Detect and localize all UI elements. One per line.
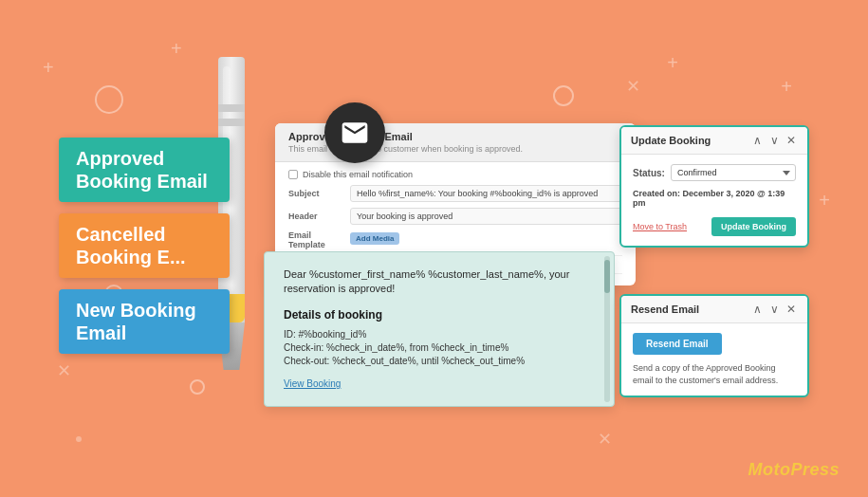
- panel-controls: ∧ ∨ ✕: [750, 134, 798, 147]
- resend-email-panel: Resend Email ∧ ∨ ✕ Resend Email Send a c…: [619, 294, 809, 397]
- email-icon-circle: [324, 102, 385, 163]
- collapse-up-btn[interactable]: ∧: [750, 134, 764, 147]
- panel-actions: Move to Trash Update Booking: [633, 217, 796, 236]
- resend-email-title: Resend Email: [631, 304, 699, 315]
- decor-dot-2: [76, 436, 82, 442]
- email-content-preview: Dear %customer_first_name% %customer_las…: [264, 251, 615, 407]
- resend-description: Send a copy of the Approved Booking emai…: [633, 362, 796, 386]
- decor-circle-3: [190, 379, 205, 395]
- email-panel-subtitle: This email will be sent to customer when…: [288, 144, 523, 154]
- resend-email-body: Resend Email Send a copy of the Approved…: [621, 323, 807, 396]
- scrollbar-thumb: [604, 260, 610, 293]
- header-input[interactable]: Your booking is approved: [350, 208, 622, 225]
- move-to-trash-link[interactable]: Move to Trash: [633, 222, 687, 231]
- header-row: Header Your booking is approved: [288, 208, 622, 225]
- header-label: Header: [288, 212, 350, 221]
- status-row: Status: Confirmed: [633, 164, 796, 181]
- new-booking-label: New BookingEmail: [59, 289, 230, 354]
- update-booking-title: Update Booking: [631, 135, 711, 146]
- checkout-detail: Check-out: %check_out_date%, until %chec…: [284, 356, 595, 366]
- disable-label: Disable this email notification: [303, 170, 413, 179]
- close-panel-btn[interactable]: ✕: [785, 134, 798, 147]
- add-media-button[interactable]: Add Media: [350, 232, 399, 245]
- subject-row: Subject Hello %first_name%: Your booking…: [288, 185, 622, 202]
- checkin-detail: Check-in: %check_in_date%, from %check_i…: [284, 342, 595, 353]
- decor-plus-4: +: [781, 76, 792, 98]
- details-title: Details of booking: [284, 308, 595, 322]
- update-booking-panel: Update Booking ∧ ∨ ✕ Status: Confirmed C…: [619, 125, 809, 248]
- decor-plus-5: +: [819, 190, 830, 212]
- resend-close-btn[interactable]: ✕: [785, 303, 798, 316]
- approved-booking-label: Approved Booking Email: [59, 138, 230, 202]
- decor-plus-1: +: [43, 57, 54, 79]
- resend-collapse-down-btn[interactable]: ∨: [767, 303, 781, 316]
- update-booking-body: Status: Confirmed Created on: December 3…: [621, 155, 807, 246]
- status-select[interactable]: Confirmed: [671, 164, 796, 181]
- created-on: Created on: December 3, 2020 @ 1:39 pm: [633, 189, 796, 208]
- status-label: Status:: [633, 168, 665, 178]
- collapse-down-btn[interactable]: ∨: [767, 134, 781, 147]
- update-booking-button[interactable]: Update Booking: [711, 217, 796, 236]
- decor-x-1: ✕: [57, 360, 71, 381]
- decor-x-2: ✕: [598, 429, 612, 450]
- subject-input[interactable]: Hello %first_name%: Your booking #%booki…: [350, 185, 622, 202]
- decor-plus-2: +: [171, 38, 182, 60]
- scrollbar-track: [604, 256, 610, 402]
- disable-notification-row: Disable this email notification: [288, 170, 622, 179]
- email-greeting: Dear %customer_first_name% %customer_las…: [284, 267, 595, 297]
- decor-plus-3: +: [667, 52, 678, 74]
- template-label: Email Template: [288, 230, 350, 249]
- email-icon: [340, 118, 370, 148]
- booking-labels: Approved Booking Email CancelledBooking …: [59, 138, 230, 354]
- disable-checkbox[interactable]: [288, 170, 298, 179]
- subject-label: Subject: [288, 189, 350, 198]
- update-booking-header: Update Booking ∧ ∨ ✕: [621, 127, 807, 155]
- resend-email-header: Resend Email ∧ ∨ ✕: [621, 296, 807, 323]
- decor-circle-4: [553, 85, 574, 106]
- template-row: Email Template Add Media: [288, 230, 622, 249]
- booking-id: ID: #%booking_id%: [284, 329, 595, 340]
- resend-collapse-up-btn[interactable]: ∧: [750, 303, 764, 316]
- view-booking-link[interactable]: View Booking: [284, 378, 341, 389]
- resend-panel-controls: ∧ ∨ ✕: [750, 303, 798, 316]
- motopress-logo: MotoPress: [748, 460, 840, 480]
- resend-email-button[interactable]: Resend Email: [633, 333, 722, 355]
- decor-circle-1: [95, 85, 123, 114]
- cancelled-booking-label: CancelledBooking E...: [59, 213, 230, 278]
- decor-x-3: ✕: [626, 76, 640, 97]
